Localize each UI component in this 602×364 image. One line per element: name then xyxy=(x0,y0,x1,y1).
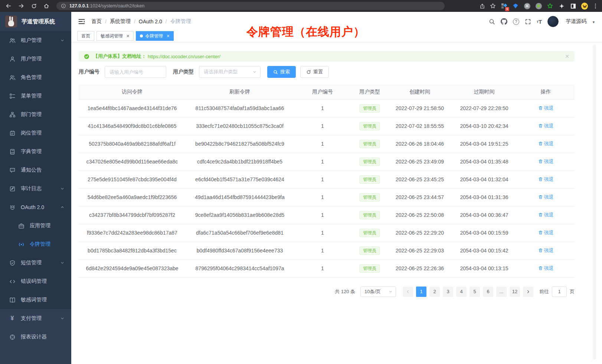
sidebar-item-menu[interactable]: 菜单管理 xyxy=(0,87,71,105)
bookmark-star-icon[interactable] xyxy=(490,3,496,9)
panel-toggle-icon[interactable] xyxy=(570,3,576,9)
breadcrumb-item[interactable]: 系统管理 xyxy=(110,18,131,25)
force-logout-button[interactable]: 强退 xyxy=(538,140,554,147)
sidebar-item-sms[interactable]: 短信管理 xyxy=(0,254,71,272)
tab-close-icon[interactable]: ✕ xyxy=(126,34,130,39)
user-id-cell: 1 xyxy=(294,206,351,224)
sidebar-item-pay[interactable]: ¥支付管理 xyxy=(0,309,71,328)
prev-page-button[interactable] xyxy=(403,287,413,297)
force-logout-button[interactable]: 强退 xyxy=(538,265,554,272)
green-star-icon[interactable] xyxy=(547,3,553,9)
search-button[interactable]: 搜索 xyxy=(267,66,296,78)
user-type-cell: 管理员 xyxy=(351,259,388,277)
browser-menu-icon[interactable]: ⋮ xyxy=(593,3,598,9)
chevron-up-icon xyxy=(60,205,65,209)
address-bar[interactable]: 127.0.0.1:1024/system/oauth2/token xyxy=(56,2,445,10)
user-type-cell: 管理员 xyxy=(351,117,388,135)
app-title: 芋道管理系统 xyxy=(22,18,55,25)
goto-page-input[interactable] xyxy=(552,287,567,297)
tab-敏感词管理[interactable]: 敏感词管理✕ xyxy=(96,31,134,41)
force-logout-button[interactable]: 强退 xyxy=(538,158,554,165)
table-row: 41c41346a548490f9dc8b01c6bfe0865333ecfc7… xyxy=(79,117,575,135)
white-star-icon[interactable] xyxy=(558,3,565,9)
sidebar-item-role[interactable]: 角色管理 xyxy=(0,68,71,87)
share-icon[interactable] xyxy=(480,3,485,9)
page-size-select[interactable]: 10条/页 xyxy=(360,287,396,297)
tab-close-icon[interactable]: ✕ xyxy=(166,34,170,39)
sidebar-item-notice[interactable]: 通知公告 xyxy=(0,161,71,179)
forward-icon[interactable] xyxy=(16,1,26,11)
page-button-12[interactable]: 12 xyxy=(510,287,520,297)
fullscreen-icon[interactable] xyxy=(525,19,531,25)
user-id-cell: 1 xyxy=(294,171,351,188)
user-type-cell: 管理员 xyxy=(351,171,388,188)
alert-close-icon[interactable]: ✕ xyxy=(565,53,569,59)
tab-令牌管理[interactable]: 令牌管理✕ xyxy=(136,31,174,41)
page-ellipsis[interactable]: ... xyxy=(496,287,507,297)
extensions-grid-icon[interactable]: 9 xyxy=(501,3,507,9)
next-page-button[interactable] xyxy=(523,287,533,297)
page-button-5[interactable]: 5 xyxy=(470,287,480,297)
record-circle-icon[interactable] xyxy=(535,3,542,9)
tab-label: 敏感词管理 xyxy=(101,33,123,39)
app-logo[interactable]: 芋道管理系统 xyxy=(0,12,71,31)
user-type-select[interactable]: 请选择用户类型 xyxy=(199,66,261,78)
gem-icon[interactable] xyxy=(512,3,519,9)
page-button-1[interactable]: 1 xyxy=(416,287,426,297)
breadcrumb-item[interactable]: OAuth 2.0 xyxy=(139,19,162,24)
user-avatar[interactable] xyxy=(547,16,559,27)
sidebar-toggle-icon[interactable] xyxy=(78,18,85,25)
user-id-input[interactable] xyxy=(105,66,166,78)
site-info-icon[interactable] xyxy=(61,3,66,9)
profile-avatar-icon[interactable] xyxy=(581,3,588,9)
force-logout-button[interactable]: 强退 xyxy=(538,105,554,112)
page-button-3[interactable]: 3 xyxy=(443,287,453,297)
force-logout-button[interactable]: 强退 xyxy=(538,229,554,236)
force-logout-button[interactable]: 强退 xyxy=(538,247,554,254)
reset-button[interactable]: 重置 xyxy=(300,66,329,78)
sidebar-item-dept[interactable]: 部门管理 xyxy=(0,105,71,124)
access-token-cell: c347026e805e4d99b0d116eae66eda8c xyxy=(79,153,186,171)
back-icon[interactable] xyxy=(4,1,13,11)
reload-icon[interactable] xyxy=(29,1,39,11)
pagination: 共 120 条 10条/页 123456...12 前往 页 xyxy=(79,287,575,297)
sidebar-item-errcode[interactable]: 错误码管理 xyxy=(0,272,71,291)
chevron-down-icon[interactable]: ▼ xyxy=(592,20,595,24)
tab-首页[interactable]: 首页 xyxy=(77,31,94,41)
url-host: 127.0.0.1 xyxy=(69,3,89,9)
sidebar-item-dict[interactable]: 字典管理 xyxy=(0,142,71,161)
github-icon[interactable] xyxy=(501,18,507,25)
access-token-cell: 275e5de9151045fe87cbdc395e004f4d xyxy=(79,171,186,188)
page-button-4[interactable]: 4 xyxy=(456,287,467,297)
logo-avatar xyxy=(5,16,17,27)
sidebar-item-token[interactable]: 令牌管理 xyxy=(0,235,71,254)
sidebar-item-report[interactable]: 报表设计器 xyxy=(0,328,71,346)
page-button-2[interactable]: 2 xyxy=(429,287,440,297)
help-icon[interactable]: ? xyxy=(513,19,519,25)
breadcrumb-item[interactable]: 首页 xyxy=(91,18,102,25)
doc-link[interactable]: https://doc.iocoder.cn/user-center/ xyxy=(148,54,220,59)
force-logout-button[interactable]: 强退 xyxy=(538,176,554,183)
actions-cell: 强退 xyxy=(517,117,575,135)
scrollbar[interactable] xyxy=(593,44,596,360)
sidebar-item-app[interactable]: 应用管理 xyxy=(0,216,71,235)
command-circle-icon[interactable]: ⌘ xyxy=(524,3,530,9)
force-logout-button[interactable]: 强退 xyxy=(538,212,554,218)
page-button-6[interactable]: 6 xyxy=(483,287,493,297)
sidebar-item-audit[interactable]: 审计日志 xyxy=(0,179,71,198)
force-logout-button[interactable]: 强退 xyxy=(538,194,554,201)
sidebar-item-post[interactable]: 岗位管理 xyxy=(0,124,71,142)
post-icon xyxy=(9,130,16,136)
home-icon[interactable] xyxy=(42,1,51,11)
sidebar-item-label: 审计日志 xyxy=(21,185,42,192)
username[interactable]: 芋道源码 xyxy=(566,18,586,25)
search-icon[interactable] xyxy=(489,19,495,25)
user-id-cell: 1 xyxy=(294,242,351,259)
sidebar-item-oauth[interactable]: OAuth 2.0 xyxy=(0,198,71,216)
user-type-cell: 管理员 xyxy=(351,224,388,242)
sidebar-item-tenant[interactable]: 租户管理 xyxy=(0,31,71,50)
force-logout-button[interactable]: 强退 xyxy=(538,123,554,129)
font-size-icon[interactable]: тT xyxy=(537,19,542,25)
sidebar-item-user[interactable]: 用户管理 xyxy=(0,50,71,68)
sidebar-item-sensitive[interactable]: 敏感词管理 xyxy=(0,291,71,309)
